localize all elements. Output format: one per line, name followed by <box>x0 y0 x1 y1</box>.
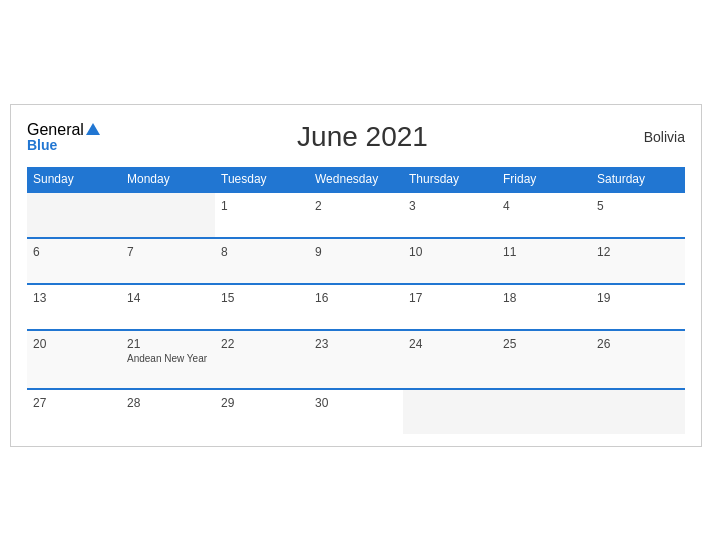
day-number: 9 <box>315 245 397 259</box>
calendar-day-cell: 30 <box>309 389 403 434</box>
day-number: 3 <box>409 199 491 213</box>
calendar-day-cell: 24 <box>403 330 497 389</box>
day-number: 18 <box>503 291 585 305</box>
calendar-day-cell: 20 <box>27 330 121 389</box>
day-number: 5 <box>597 199 679 213</box>
calendar-grid: SundayMondayTuesdayWednesdayThursdayFrid… <box>27 167 685 434</box>
day-number: 11 <box>503 245 585 259</box>
weekday-header: Sunday <box>27 167 121 192</box>
calendar-day-cell: 5 <box>591 192 685 238</box>
calendar-day-cell: 22 <box>215 330 309 389</box>
weekday-header: Saturday <box>591 167 685 192</box>
calendar-day-cell: 26 <box>591 330 685 389</box>
weekday-header: Thursday <box>403 167 497 192</box>
day-number: 10 <box>409 245 491 259</box>
calendar-day-cell <box>497 389 591 434</box>
calendar-day-cell <box>27 192 121 238</box>
day-number: 16 <box>315 291 397 305</box>
day-number: 24 <box>409 337 491 351</box>
logo-blue-label: Blue <box>27 138 100 152</box>
calendar-week-row: 13141516171819 <box>27 284 685 330</box>
calendar-week-row: 27282930 <box>27 389 685 434</box>
calendar-day-cell: 25 <box>497 330 591 389</box>
calendar-day-cell: 10 <box>403 238 497 284</box>
calendar-week-row: 2021Andean New Year2223242526 <box>27 330 685 389</box>
calendar-day-cell: 13 <box>27 284 121 330</box>
calendar-day-cell: 29 <box>215 389 309 434</box>
day-number: 15 <box>221 291 303 305</box>
calendar-day-cell: 14 <box>121 284 215 330</box>
day-number: 17 <box>409 291 491 305</box>
weekday-header-row: SundayMondayTuesdayWednesdayThursdayFrid… <box>27 167 685 192</box>
logo-general-label: General <box>27 121 84 138</box>
holiday-label: Andean New Year <box>127 353 209 364</box>
calendar-day-cell: 16 <box>309 284 403 330</box>
day-number: 22 <box>221 337 303 351</box>
logo-triangle-icon <box>86 123 100 135</box>
calendar-day-cell: 1 <box>215 192 309 238</box>
calendar-day-cell: 12 <box>591 238 685 284</box>
day-number: 30 <box>315 396 397 410</box>
day-number: 23 <box>315 337 397 351</box>
calendar-day-cell: 7 <box>121 238 215 284</box>
day-number: 12 <box>597 245 679 259</box>
day-number: 28 <box>127 396 209 410</box>
calendar-day-cell: 15 <box>215 284 309 330</box>
day-number: 29 <box>221 396 303 410</box>
calendar-day-cell <box>403 389 497 434</box>
calendar-day-cell: 27 <box>27 389 121 434</box>
day-number: 2 <box>315 199 397 213</box>
calendar-day-cell: 3 <box>403 192 497 238</box>
weekday-header: Wednesday <box>309 167 403 192</box>
day-number: 27 <box>33 396 115 410</box>
calendar-day-cell: 8 <box>215 238 309 284</box>
day-number: 1 <box>221 199 303 213</box>
calendar-container: General Blue June 2021 Bolivia SundayMon… <box>10 104 702 447</box>
day-number: 25 <box>503 337 585 351</box>
calendar-week-row: 6789101112 <box>27 238 685 284</box>
day-number: 7 <box>127 245 209 259</box>
calendar-day-cell: 17 <box>403 284 497 330</box>
calendar-day-cell <box>591 389 685 434</box>
day-number: 21 <box>127 337 209 351</box>
logo-general-text: General <box>27 122 100 138</box>
calendar-day-cell: 9 <box>309 238 403 284</box>
calendar-day-cell: 2 <box>309 192 403 238</box>
calendar-day-cell: 4 <box>497 192 591 238</box>
day-number: 8 <box>221 245 303 259</box>
calendar-day-cell: 18 <box>497 284 591 330</box>
calendar-day-cell: 19 <box>591 284 685 330</box>
day-number: 20 <box>33 337 115 351</box>
calendar-day-cell <box>121 192 215 238</box>
calendar-day-cell: 23 <box>309 330 403 389</box>
day-number: 4 <box>503 199 585 213</box>
day-number: 13 <box>33 291 115 305</box>
calendar-header: General Blue June 2021 Bolivia <box>27 121 685 153</box>
calendar-day-cell: 21Andean New Year <box>121 330 215 389</box>
weekday-header: Tuesday <box>215 167 309 192</box>
weekday-header: Friday <box>497 167 591 192</box>
calendar-week-row: 12345 <box>27 192 685 238</box>
weekday-header: Monday <box>121 167 215 192</box>
day-number: 19 <box>597 291 679 305</box>
day-number: 6 <box>33 245 115 259</box>
calendar-day-cell: 11 <box>497 238 591 284</box>
calendar-country: Bolivia <box>625 129 685 145</box>
calendar-day-cell: 6 <box>27 238 121 284</box>
calendar-day-cell: 28 <box>121 389 215 434</box>
day-number: 14 <box>127 291 209 305</box>
logo: General Blue <box>27 122 100 152</box>
day-number: 26 <box>597 337 679 351</box>
calendar-title: June 2021 <box>100 121 625 153</box>
